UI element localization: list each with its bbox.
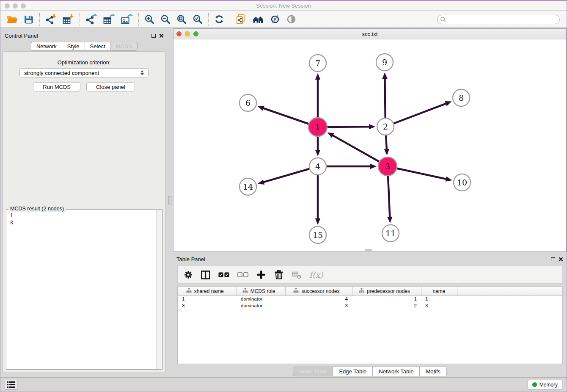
result-item: 3 [10, 219, 152, 226]
table-settings-icon[interactable] [184, 270, 193, 279]
network-window-titlebar[interactable]: × − + scc.txt [173, 29, 566, 39]
table-cell[interactable]: 1 [178, 295, 237, 302]
import-table-icon[interactable] [60, 13, 77, 25]
duplicate-network-icon[interactable] [233, 13, 250, 25]
memory-button[interactable]: Memory [528, 380, 562, 390]
toolbar-separator [138, 13, 139, 26]
save-session-icon[interactable] [21, 14, 37, 25]
zoom-out-icon[interactable] [157, 14, 173, 25]
optimization-criterion-label: Optimization criterion: [3, 59, 165, 66]
table-cell[interactable]: 4 [285, 295, 352, 302]
graph-node-10[interactable]: 10 [454, 174, 471, 191]
hide-selected-icon[interactable] [267, 14, 284, 25]
show-columns-icon[interactable] [201, 271, 210, 279]
window-title: Session: New Session [0, 3, 567, 9]
function-builder-icon[interactable]: f(x) [309, 270, 323, 279]
graph-node-1[interactable]: 1 [308, 118, 327, 136]
graph-node-15[interactable]: 15 [309, 226, 326, 243]
close-panel-icon[interactable] [159, 33, 164, 38]
table-cell[interactable]: 1 [421, 295, 457, 302]
list-icon [7, 381, 15, 389]
select-all-columns-icon[interactable] [218, 272, 229, 277]
table-cell[interactable]: 3 [421, 302, 457, 309]
graph-node-2[interactable]: 2 [377, 118, 394, 135]
graph-node-4[interactable]: 4 [309, 158, 326, 175]
column-header-predecessor-nodes[interactable]: predecessor nodes [352, 287, 421, 295]
table-cell[interactable]: 1 [352, 295, 421, 302]
show-all-icon[interactable] [284, 14, 299, 25]
tab-style[interactable]: Style [62, 42, 85, 51]
tab-network[interactable]: Network [31, 42, 62, 51]
tab-select[interactable]: Select [85, 42, 110, 51]
svg-text:9: 9 [382, 58, 387, 67]
run-mcds-button[interactable]: Run MCDS [33, 82, 80, 91]
graph-node-8[interactable]: 8 [453, 89, 470, 106]
dropdown-stepper-icon [140, 70, 144, 75]
criterion-dropdown[interactable]: strongly connected component [19, 68, 149, 77]
refresh-icon[interactable] [211, 14, 227, 25]
float-table-panel-icon[interactable] [551, 257, 555, 261]
graph-edge-arrow [446, 177, 452, 182]
graph-node-6[interactable]: 6 [239, 94, 256, 111]
table-row[interactable]: 1dominator411 [178, 295, 562, 302]
canvas-resize-grip[interactable] [365, 249, 372, 251]
graph-node-11[interactable]: 11 [382, 225, 399, 242]
network-canvas[interactable]: 7968124314101511 [173, 39, 566, 251]
graph-node-14[interactable]: 14 [239, 178, 256, 195]
create-column-icon[interactable] [256, 270, 266, 279]
control-panel: Control Panel Network Style Select MCDS … [1, 30, 167, 374]
hierarchy-icon [293, 288, 299, 294]
table-panel: Table Panel [173, 254, 567, 378]
table-cell[interactable]: dominator [237, 295, 285, 302]
export-table-icon[interactable] [100, 13, 118, 25]
svg-text:2: 2 [383, 122, 388, 131]
zoom-fit-icon[interactable] [173, 14, 190, 25]
table-cell[interactable]: 2 [352, 302, 421, 309]
table-row[interactable]: 3dominator323 [178, 302, 562, 309]
close-panel-button[interactable]: Close panel [86, 82, 135, 91]
search-input[interactable] [437, 15, 560, 24]
graph-edge-2-8[interactable] [385, 103, 447, 127]
graph-edge-arrow [445, 101, 451, 106]
delete-table-icon[interactable] [292, 271, 301, 279]
tab-network-table[interactable]: Network Table [372, 367, 419, 376]
table-cell[interactable]: dominator [237, 302, 285, 309]
task-history-button[interactable] [5, 380, 17, 390]
graph-node-7[interactable]: 7 [309, 55, 326, 72]
graph-edge-arrow [384, 149, 389, 155]
result-scrollbar[interactable] [156, 210, 162, 369]
memory-label: Memory [539, 382, 558, 388]
open-session-icon[interactable] [4, 14, 21, 25]
zoom-selected-icon[interactable] [190, 14, 206, 25]
export-image-icon[interactable] [118, 13, 136, 25]
column-header-successor-nodes[interactable]: successor nodes [285, 287, 352, 295]
control-panel-title: Control Panel [5, 33, 38, 39]
graph-node-9[interactable]: 9 [376, 54, 393, 71]
tab-mcds[interactable]: MCDS [110, 42, 138, 51]
toolbar-separator [208, 13, 209, 26]
close-table-panel-icon[interactable] [559, 257, 563, 262]
titlebar: Session: New Session [0, 1, 567, 11]
control-panel-tabs: Network Style Select MCDS [1, 42, 167, 51]
zoom-in-icon[interactable] [141, 14, 157, 25]
table-header-row: shared name MCDS role successor nodes pr… [178, 287, 562, 295]
tab-motifs[interactable]: Motifs [419, 367, 447, 376]
delete-columns-icon[interactable] [274, 270, 284, 279]
tab-node-table[interactable]: Node Table [293, 367, 333, 376]
tab-edge-table[interactable]: Edge Table [333, 367, 372, 376]
panel-splitter-grip[interactable] [168, 196, 172, 204]
export-network-icon[interactable] [83, 13, 100, 25]
graph-edge-arrow [315, 218, 320, 225]
table-browser-tabs: Node Table Edge Table Network Table Moti… [173, 367, 567, 376]
import-network-icon[interactable] [42, 13, 60, 25]
column-header-shared-name[interactable]: shared name [178, 287, 237, 295]
svg-text:3: 3 [385, 162, 390, 171]
float-panel-icon[interactable] [151, 34, 156, 38]
table-cell[interactable]: 3 [178, 302, 237, 309]
table-cell[interactable]: 3 [285, 302, 352, 309]
first-neighbors-icon[interactable] [250, 14, 267, 25]
column-header-name[interactable]: name [421, 287, 457, 295]
column-header-mcds-role[interactable]: MCDS role [237, 287, 285, 295]
deselect-all-columns-icon[interactable] [237, 272, 248, 277]
graph-node-3[interactable]: 3 [378, 157, 397, 176]
